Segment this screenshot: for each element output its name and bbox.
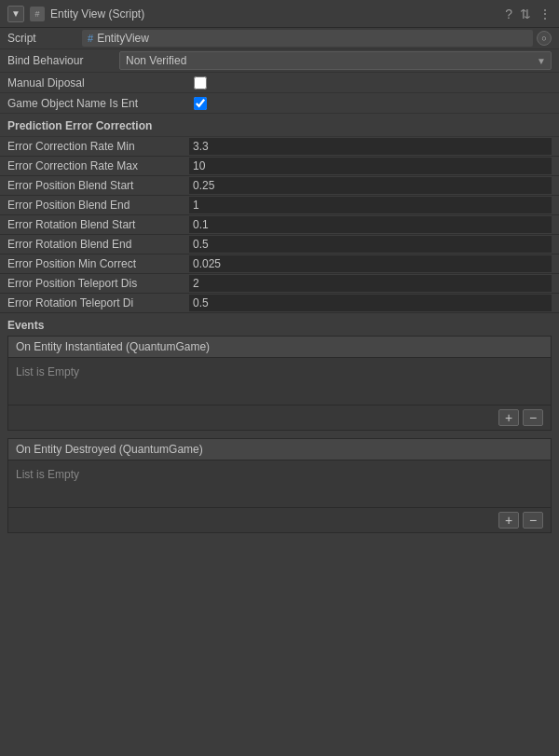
prediction-error-correction-header: Prediction Error Correction <box>0 114 559 137</box>
inspector-panel: Script # EntityView ○ Bind Behaviour Non… <box>0 28 559 544</box>
field-input-8[interactable] <box>189 295 552 311</box>
field-input-4[interactable] <box>189 216 552 233</box>
event2-footer: + − <box>8 507 551 532</box>
event2-header: On Entity Destroyed (QuantumGame) <box>8 439 551 460</box>
settings-icon[interactable]: ⇅ <box>520 7 531 21</box>
field-label-3: Error Position Blend End <box>7 199 189 212</box>
field-label-2: Error Position Blend Start <box>7 179 189 192</box>
event1-footer: + − <box>8 405 551 430</box>
help-icon[interactable]: ? <box>505 7 512 21</box>
field-input-3[interactable] <box>189 197 552 213</box>
field-label-6: Error Position Min Correct <box>7 257 189 270</box>
manual-disposal-row: Manual Diposal <box>0 73 559 93</box>
script-value: # EntityView <box>82 30 533 47</box>
field-label-8: Error Rotation Teleport Di <box>7 296 189 309</box>
field-row-8: Error Rotation Teleport Di <box>0 294 559 313</box>
field-input-7[interactable] <box>189 275 552 292</box>
title-bar: ▼ # Entity View (Script) ? ⇅ ⋮ <box>0 0 559 28</box>
hash-icon: # <box>88 33 93 44</box>
collapse-icon[interactable]: ▼ <box>7 6 24 22</box>
event1-header: On Entity Instantiated (QuantumGame) <box>8 337 551 358</box>
event1-remove-button[interactable]: − <box>523 409 543 426</box>
game-object-name-row: Game Object Name Is Ent <box>0 93 559 114</box>
field-label-4: Error Rotation Blend Start <box>7 218 189 231</box>
field-label-1: Error Correction Rate Max <box>7 159 189 172</box>
window-title: Entity View (Script) <box>50 7 505 21</box>
field-row-1: Error Correction Rate Max <box>0 157 559 176</box>
event2-remove-button[interactable]: − <box>523 512 543 529</box>
field-row-3: Error Position Blend End <box>0 196 559 215</box>
script-row: Script # EntityView ○ <box>0 28 559 49</box>
field-label-7: Error Position Teleport Dis <box>7 277 189 290</box>
bind-behaviour-select[interactable]: Non Verified Verified Custom <box>119 51 552 70</box>
event-box-2: On Entity Destroyed (QuantumGame) List i… <box>7 438 552 533</box>
field-row-6: Error Position Min Correct <box>0 254 559 274</box>
event-box-1: On Entity Instantiated (QuantumGame) Lis… <box>7 336 552 431</box>
event1-add-button[interactable]: + <box>498 409 519 426</box>
field-input-2[interactable] <box>189 177 552 194</box>
field-input-1[interactable] <box>189 158 552 174</box>
game-object-name-checkbox[interactable] <box>194 97 207 110</box>
script-name: EntityView <box>97 32 149 45</box>
event1-body: List is Empty <box>8 358 551 405</box>
bind-behaviour-label: Bind Behaviour <box>7 54 119 67</box>
field-input-0[interactable] <box>189 138 552 155</box>
events-section: Events On Entity Instantiated (QuantumGa… <box>0 313 559 544</box>
bind-behaviour-row: Bind Behaviour Non Verified Verified Cus… <box>0 49 559 73</box>
script-label: Script <box>7 32 82 45</box>
field-row-0: Error Correction Rate Min <box>0 137 559 157</box>
manual-disposal-checkbox[interactable] <box>194 76 207 89</box>
title-bar-actions: ? ⇅ ⋮ <box>505 7 552 21</box>
field-row-7: Error Position Teleport Dis <box>0 274 559 294</box>
more-icon[interactable]: ⋮ <box>539 7 552 21</box>
field-row-5: Error Rotation Blend End <box>0 235 559 254</box>
script-select-button[interactable]: ○ <box>537 31 552 46</box>
field-input-5[interactable] <box>189 236 552 253</box>
game-object-name-label: Game Object Name Is Ent <box>7 97 194 110</box>
field-label-5: Error Rotation Blend End <box>7 238 189 251</box>
field-row-2: Error Position Blend Start <box>0 176 559 196</box>
events-label: Events <box>7 319 552 332</box>
bind-behaviour-dropdown-wrapper: Non Verified Verified Custom ▼ <box>119 51 552 70</box>
manual-disposal-label: Manual Diposal <box>7 76 194 89</box>
field-label-0: Error Correction Rate Min <box>7 140 189 153</box>
field-row-4: Error Rotation Blend Start <box>0 215 559 235</box>
field-input-6[interactable] <box>189 255 552 272</box>
event2-body: List is Empty <box>8 460 551 507</box>
event2-add-button[interactable]: + <box>498 512 519 529</box>
script-type-icon: # <box>30 7 45 21</box>
